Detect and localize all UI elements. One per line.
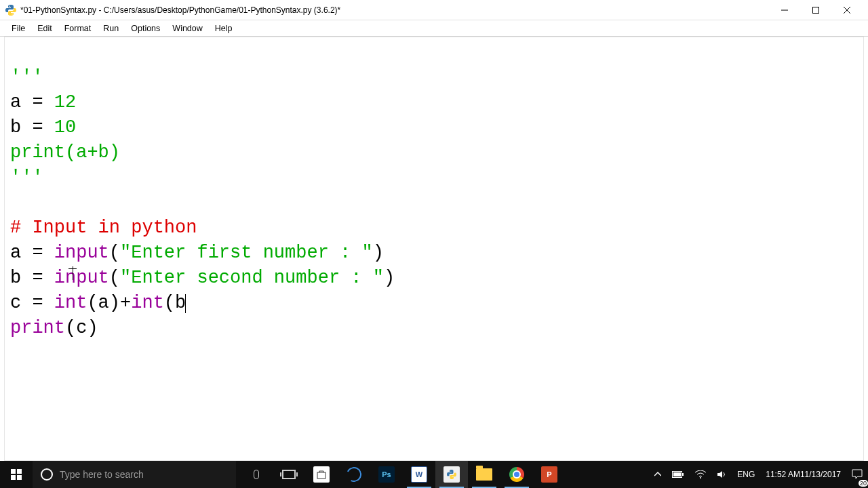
menu-edit[interactable]: Edit: [31, 22, 58, 35]
mic-icon[interactable]: [240, 461, 273, 488]
svg-rect-4: [11, 469, 16, 474]
svg-rect-6: [11, 475, 16, 480]
taskbar: Type here to search Ps W P ENG 11:52 AM …: [0, 461, 868, 488]
code-token: "Enter first number : ": [120, 243, 373, 263]
svg-rect-10: [682, 473, 684, 476]
language-indicator[interactable]: ENG: [732, 461, 760, 488]
menu-options[interactable]: Options: [125, 22, 166, 35]
volume-icon[interactable]: [711, 461, 732, 488]
code-token: b =: [10, 117, 54, 138]
menu-bar: File Edit Format Run Options Window Help: [0, 20, 868, 37]
code-token: (b: [164, 293, 186, 313]
svg-rect-11: [673, 472, 681, 476]
svg-rect-7: [17, 475, 22, 480]
code-line: # Input in python: [10, 218, 197, 238]
window-title: *01-PythonSyntax.py - C:/Users/asus/Desk…: [20, 5, 769, 15]
menu-file[interactable]: File: [5, 22, 31, 35]
explorer-app-icon[interactable]: [468, 461, 500, 488]
idle-app-icon[interactable]: [435, 461, 468, 488]
code-token: ): [384, 268, 395, 288]
code-token: c =: [10, 293, 54, 313]
start-button[interactable]: [0, 461, 33, 488]
maximize-button[interactable]: [800, 0, 831, 20]
code-token: b =: [10, 268, 54, 288]
chrome-app-icon[interactable]: [500, 461, 533, 488]
photoshop-app-icon[interactable]: Ps: [370, 461, 403, 488]
taskbar-clock[interactable]: 11:52 AM 11/13/2017: [760, 461, 846, 488]
code-token: print: [10, 142, 65, 163]
text-cursor: [185, 294, 186, 313]
notification-count: 20: [859, 480, 868, 487]
code-editor[interactable]: ''' a = 12 b = 10 print(a+b) ''' # Input…: [4, 37, 864, 461]
menu-help[interactable]: Help: [209, 22, 239, 35]
search-placeholder: Type here to search: [60, 469, 144, 480]
system-tray: ENG 11:52 AM 11/13/2017 20: [649, 461, 868, 488]
cortana-icon: [41, 468, 53, 481]
window-title-bar: *01-PythonSyntax.py - C:/Users/asus/Desk…: [0, 0, 868, 20]
svg-rect-1: [813, 7, 819, 13]
action-center-icon[interactable]: 20: [846, 461, 868, 488]
powerpoint-app-icon[interactable]: P: [533, 461, 566, 488]
code-line: ''': [10, 167, 43, 188]
code-token: 10: [54, 117, 76, 138]
code-token: (c): [65, 318, 98, 338]
svg-rect-5: [17, 469, 22, 474]
wifi-icon[interactable]: [690, 461, 711, 488]
minimize-button[interactable]: [769, 0, 800, 20]
taskbar-apps: Ps W P: [240, 461, 566, 488]
task-view-button[interactable]: [273, 461, 305, 488]
word-app-icon[interactable]: W: [403, 461, 435, 488]
clock-time: 11:52 AM: [766, 470, 800, 479]
menu-window[interactable]: Window: [166, 22, 208, 35]
code-token: print: [10, 318, 65, 338]
svg-point-12: [700, 477, 701, 479]
menu-format[interactable]: Format: [58, 22, 98, 35]
code-token: a =: [10, 92, 54, 113]
text-mouse-cursor-icon: [68, 266, 77, 280]
window-controls: [769, 0, 863, 20]
code-token: "Enter second number : ": [120, 268, 384, 288]
tray-chevron-icon[interactable]: [649, 461, 667, 488]
clock-date: 11/13/2017: [800, 470, 841, 479]
menu-run[interactable]: Run: [97, 22, 125, 35]
code-token: (: [109, 268, 120, 288]
code-token: (a+b): [65, 142, 120, 163]
battery-icon[interactable]: [667, 461, 690, 488]
code-token: (: [109, 243, 120, 263]
code-token: int: [54, 293, 87, 313]
code-token: int: [131, 293, 164, 313]
taskbar-search[interactable]: Type here to search: [33, 461, 236, 488]
close-button[interactable]: [831, 0, 863, 20]
code-token: a =: [10, 243, 54, 263]
svg-rect-8: [317, 472, 326, 479]
edge-app-icon[interactable]: [338, 461, 370, 488]
code-token: (a)+: [87, 293, 131, 313]
python-icon: [5, 5, 16, 16]
code-token: ): [373, 243, 384, 263]
code-token: 12: [54, 92, 76, 113]
code-token: input: [54, 268, 109, 288]
code-token: input: [54, 243, 109, 263]
code-line: ''': [10, 67, 43, 87]
store-app-icon[interactable]: [305, 461, 338, 488]
